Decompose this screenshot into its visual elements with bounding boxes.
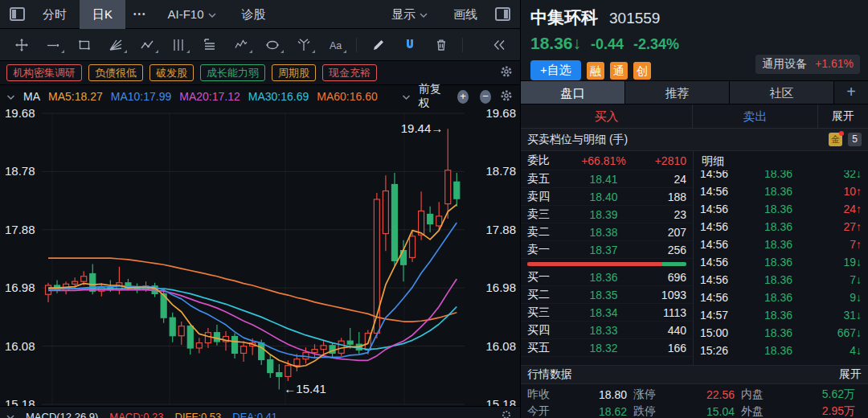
display-dropdown[interactable]: 显示 (379, 0, 440, 29)
ask-row[interactable]: 卖五18.4124 (521, 170, 693, 188)
zoom-in-button[interactable]: + (457, 90, 469, 104)
sell-button[interactable]: 卖出 (693, 104, 818, 128)
stock-tag[interactable]: 机构密集调研 (6, 64, 82, 81)
vertical-lines-icon[interactable] (163, 33, 193, 57)
move-icon[interactable] (6, 33, 36, 57)
detail-rows[interactable]: 14:5618.3632↓14:5618.3610↑14:5618.3624↑1… (694, 165, 868, 359)
adjust-mode-label[interactable]: 前复权 (419, 82, 446, 111)
detail-row[interactable]: 14:5618.369↓ (694, 289, 868, 306)
ellipse-icon[interactable] (257, 33, 287, 57)
stock-tag[interactable]: 负债很低 (88, 64, 143, 81)
gear-count-badge[interactable]: 5 (848, 133, 862, 146)
zoom-out-button[interactable]: − (480, 90, 491, 104)
wave-icon[interactable] (226, 33, 256, 57)
y-axis-label-left: 19.68 (5, 108, 35, 120)
panel-toggle-right-icon[interactable] (495, 7, 510, 21)
add-watchlist-button[interactable]: +自选 (530, 60, 581, 80)
detail-row[interactable]: 14:5618.3619↓ (694, 253, 868, 271)
ratio-red-segment (527, 262, 662, 266)
collapse-indicator-chevron-icon[interactable] (6, 90, 15, 103)
candle-body (294, 359, 300, 366)
ai-f10-dropdown[interactable]: AI-F10 (155, 0, 229, 29)
rectangle-icon[interactable] (69, 33, 99, 57)
stock-tag[interactable]: 现金充裕 (322, 64, 377, 81)
collapse-icon[interactable] (484, 33, 514, 57)
segment-icon[interactable] (132, 33, 162, 57)
expand-market-data-button[interactable]: 展开 (839, 367, 862, 382)
macd-settings-gear-icon[interactable] (501, 409, 512, 418)
detail-row[interactable]: 14:5718.3631↓ (694, 306, 868, 324)
candlestick-chart[interactable]: 19.6819.6818.7818.7817.8817.8816.9816.98… (0, 108, 520, 406)
tab-community[interactable]: 社区 (730, 81, 834, 104)
level-price: 18.35 (563, 289, 645, 301)
ask-row[interactable]: 卖三18.3923 (521, 206, 693, 223)
magnet-icon[interactable] (395, 33, 424, 57)
ask-row[interactable]: 卖一18.37256 (521, 241, 693, 259)
chart-settings-gear-icon[interactable] (499, 88, 514, 105)
detail-row[interactable]: 14:5618.367↑ (694, 236, 868, 253)
fan-lines-icon[interactable] (100, 33, 130, 57)
level-label: 买二 (527, 288, 563, 302)
tab-daily-k[interactable]: 日K (80, 0, 125, 29)
bid-row[interactable]: 买二18.351093 (521, 286, 693, 304)
stock-tag[interactable]: 周期股 (272, 64, 316, 81)
price-change: -0.44 (591, 36, 624, 53)
bid-row[interactable]: 买五18.32166 (521, 339, 693, 357)
macd-indicator-strip[interactable]: MACD(12,26,9) MACD:0.23DIFF:0.53DEA:0.41 (0, 406, 520, 418)
detail-row[interactable]: 14:5618.367↓ (694, 271, 868, 289)
candle-body (72, 281, 78, 284)
gann-icon[interactable] (194, 33, 224, 57)
ratio-green-segment (662, 262, 686, 266)
candle-body (374, 199, 379, 334)
stock-tag[interactable]: 破发股 (149, 64, 194, 81)
detail-row[interactable]: 14:5618.3610↑ (694, 182, 868, 200)
ask-row[interactable]: 卖四18.40188 (521, 188, 693, 206)
level2-gold-icon[interactable]: 金 (829, 133, 842, 146)
candle-body (391, 184, 397, 260)
diagnose-button[interactable]: 诊股 (229, 0, 279, 29)
more-periods-button[interactable]: ••• (125, 10, 155, 18)
bid-row[interactable]: 买三18.341113 (521, 304, 693, 322)
sector-chip[interactable]: 通用设备 +1.61% (755, 55, 860, 74)
ask-row[interactable]: 卖二18.38207 (521, 223, 693, 241)
detail-price: 18.36 (742, 309, 815, 322)
level-label: 买五 (527, 341, 563, 355)
y-axis-label-right: 18.78 (485, 164, 516, 178)
bid-row[interactable]: 买四18.33440 (521, 322, 693, 339)
detail-row[interactable]: 14:5618.3627↑ (694, 218, 868, 236)
buy-button[interactable]: 买入 (521, 104, 693, 128)
expand-trade-button[interactable]: 展开 (818, 104, 868, 128)
adjust-chevron-icon[interactable] (402, 90, 411, 103)
level-volume: 23 (645, 208, 686, 221)
tab-order-book[interactable]: 盘口 (521, 81, 625, 104)
panel-toggle-left-icon[interactable] (10, 7, 25, 21)
detail-row[interactable]: 15:0018.36667↓ (694, 324, 868, 342)
detail-price: 18.36 (742, 256, 815, 268)
detail-volume: 10↑ (815, 185, 862, 198)
level-price: 18.40 (563, 191, 645, 203)
market-data-value: 2.95万 (778, 404, 862, 418)
tab-minute[interactable]: 分时 (30, 0, 80, 29)
tags-settings-gear-icon[interactable] (499, 64, 514, 82)
market-data-row: 今开18.62跌停15.04外盘2.95万 (527, 403, 862, 418)
add-tab-button[interactable]: + (834, 81, 868, 104)
macd-label: MACD(12,26,9) (26, 411, 98, 418)
pencil-icon[interactable] (363, 33, 393, 57)
candle-body (454, 182, 460, 199)
pitchfork-icon[interactable] (289, 33, 318, 57)
tab-recommend[interactable]: 推荐 (625, 81, 730, 104)
draw-line-button[interactable]: 画线 (440, 0, 490, 29)
detail-row[interactable]: 14:5618.3624↑ (694, 200, 868, 218)
y-axis-label-left: 18.78 (5, 164, 35, 178)
candle-body (410, 236, 416, 258)
detail-row[interactable]: 15:2618.364↓ (694, 342, 868, 359)
bid-row[interactable]: 买一18.36696 (521, 268, 693, 286)
trendline-icon[interactable] (38, 33, 68, 57)
trash-icon[interactable] (426, 33, 456, 57)
chart-pane: 分时 日K ••• AI-F10 诊股 显示 画线 Aa 机构密集调研负债很低破… (0, 0, 521, 418)
stock-tag[interactable]: 成长能力弱 (200, 64, 265, 81)
text-icon[interactable]: Aa (320, 33, 350, 57)
toolbar-divider (356, 38, 357, 52)
macd-chevron-icon[interactable] (6, 411, 14, 418)
candle-body (383, 191, 388, 234)
